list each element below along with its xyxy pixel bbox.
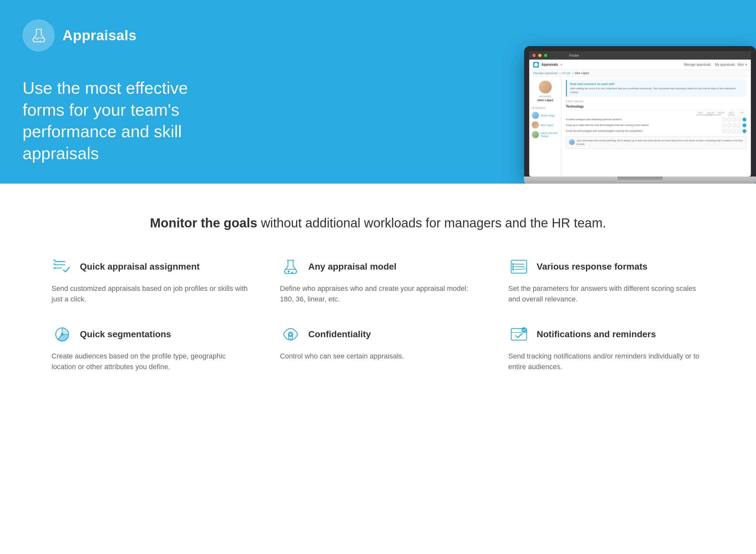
- circle-1-2[interactable]: [727, 118, 731, 121]
- screen-nav-appname[interactable]: Appraisals: [541, 63, 558, 66]
- feature-any-model: Any appraisal model Define who appraises…: [280, 256, 476, 304]
- col-top: TOP: [737, 112, 746, 116]
- info-box: Rate and comment on each skill After add…: [566, 80, 746, 96]
- bell-check-icon: [508, 324, 530, 345]
- screen-nav-user: Aitor ▾: [737, 63, 747, 66]
- hero-logo: Appraisals: [22, 19, 222, 52]
- confidentiality-svg: [281, 325, 300, 343]
- reviewer-2-avatar: [532, 121, 539, 128]
- rating-row-1: Problem analysis and obtaining optimal s…: [566, 118, 746, 121]
- features-headline-bold: Monitor the goals: [150, 216, 257, 230]
- feature-2-header: Any appraisal model: [280, 256, 476, 277]
- eye-lock-icon: [280, 324, 301, 345]
- col-well-above: WELLABOVE: [727, 112, 736, 116]
- circle-1-1[interactable]: [722, 118, 726, 121]
- quick-assignment-svg: [53, 258, 71, 276]
- col-below-exp: BELOWEXPECTATIONS: [706, 112, 715, 116]
- feature-response-formats: Various response formats Set the paramet…: [508, 256, 704, 304]
- screen-nav-username[interactable]: Aitor: [737, 63, 744, 66]
- rating-header: VERYUNSATISFACTION BELOWEXPECTATIONS ABO…: [566, 112, 746, 116]
- nav-user-chevron: ▾: [745, 63, 747, 66]
- logo-text: Appraisals: [62, 27, 137, 44]
- feature-2-desc: Define who appraises who and create your…: [280, 283, 476, 304]
- svg-point-25: [61, 333, 63, 335]
- rating-row-1-circles: [722, 118, 746, 121]
- svg-point-19: [512, 269, 514, 270]
- feature-1-desc: Send customized appraisals based on job …: [52, 283, 248, 304]
- feature-1-header: Quick appraisal assignment: [52, 256, 248, 277]
- circle-2-3[interactable]: [732, 123, 736, 127]
- col-very-unsat: VERYUNSATISFACTION: [696, 112, 705, 116]
- feature-2-title: Any appraisal model: [308, 262, 396, 272]
- sidebar-reviewers: Reviewers Noelia Vega Aitor López: [532, 107, 558, 141]
- screen-nav: Appraisals ▾ Manage appraisals My apprai…: [529, 60, 751, 70]
- laptop-outer: Finder Appraisals ▾ Manage appraisals My…: [524, 46, 756, 176]
- breadcrumb-apq4[interactable]: AP Q4: [562, 71, 570, 75]
- svg-rect-6: [54, 260, 55, 261]
- sidebar-appraisal-label: APPRAISAL: [539, 95, 551, 98]
- screen-main: Rate and comment on each skill After add…: [561, 77, 751, 176]
- circle-1-3[interactable]: [732, 118, 736, 121]
- feature-5-desc: Control who can see certain appraisals.: [280, 351, 476, 362]
- comment-text: Juan dominates this section perfectly. H…: [577, 139, 744, 146]
- circle-3-4[interactable]: [737, 129, 741, 133]
- circle-1-4[interactable]: [737, 118, 741, 121]
- svg-rect-20: [522, 268, 526, 270]
- feature-quick-segmentation: Quick segmentations Create audiences bas…: [52, 324, 248, 372]
- feature-4-title: Quick segmentations: [80, 329, 171, 339]
- hero-headline: Use the most effective forms for your te…: [22, 77, 222, 164]
- comment-avatar: [569, 139, 575, 145]
- list-check-icon: [52, 256, 73, 277]
- feature-3-header: Various response formats: [508, 256, 704, 277]
- circle-3-3[interactable]: [732, 129, 736, 133]
- features-grid: Quick appraisal assignment Send customiz…: [52, 256, 704, 372]
- feature-1-title: Quick appraisal assignment: [80, 262, 200, 272]
- col-above: ABOVE: [717, 112, 726, 116]
- circle-2-5[interactable]: [743, 123, 746, 127]
- hero-left: Appraisals Use the most effective forms …: [0, 0, 245, 183]
- reviewers-label: Reviewers: [532, 107, 558, 109]
- circle-3-2[interactable]: [727, 129, 731, 133]
- feature-3-title: Various response formats: [537, 262, 647, 272]
- screen-topbar: Finder: [529, 51, 751, 60]
- first-group-label: First group: [566, 100, 746, 103]
- reviewer-2-name[interactable]: Aitor López: [541, 124, 553, 126]
- rating-row-2-label: Keep up to date with the new technologie…: [566, 124, 722, 127]
- features-section: Monitor the goals without additional wor…: [0, 183, 756, 411]
- screen-sidebar: APPRAISAL Aitor López Reviewers Noelia V…: [529, 77, 561, 176]
- nav-link-manage[interactable]: Manage appraisals: [684, 63, 711, 66]
- response-formats-svg: [510, 258, 528, 276]
- rating-row-1-label: Problem analysis and obtaining optimal s…: [566, 118, 722, 121]
- topbar-title: Finder: [569, 53, 579, 57]
- pie-chart-icon: [52, 324, 73, 345]
- reviewer-1-name[interactable]: Noelia Vega: [541, 114, 554, 117]
- svg-point-17: [512, 264, 514, 265]
- nav-link-my[interactable]: My appraisals: [715, 63, 735, 66]
- logo-icon-circle: [22, 19, 55, 52]
- reviewer-3-name[interactable]: Adolfo Méndez Patayo: [541, 132, 558, 137]
- features-headline: Monitor the goals without additional wor…: [52, 216, 704, 230]
- svg-point-18: [512, 266, 514, 267]
- laptop-mockup: Finder Appraisals ▾ Manage appraisals My…: [524, 46, 756, 183]
- circle-3-1[interactable]: [722, 129, 726, 133]
- rating-row-3-circles: [722, 129, 746, 133]
- breadcrumb-manage[interactable]: Manage Appraisals: [533, 71, 558, 75]
- quick-seg-svg: [53, 325, 71, 343]
- feature-5-header: Confidentiality: [280, 324, 476, 345]
- circle-3-5[interactable]: [743, 129, 746, 133]
- rating-row-3: Know the technologies and methodologies …: [566, 129, 746, 133]
- circle-2-4[interactable]: [737, 123, 741, 127]
- circle-2-2[interactable]: [727, 123, 731, 127]
- circle-1-5[interactable]: [743, 118, 746, 121]
- circle-2-1[interactable]: [722, 123, 726, 127]
- hero-section: Appraisals Use the most effective forms …: [0, 0, 756, 183]
- feature-confidentiality: Confidentiality Control who can see cert…: [280, 324, 476, 372]
- screen-body: APPRAISAL Aitor López Reviewers Noelia V…: [529, 77, 751, 176]
- sidebar-person-name: Aitor López: [537, 99, 553, 102]
- section-title: Technology: [566, 105, 746, 110]
- svg-point-11: [288, 271, 289, 272]
- svg-rect-7: [54, 264, 55, 265]
- topbar-close-dot: [532, 54, 536, 57]
- feature-6-desc: Send tracking notifications and/or remin…: [508, 351, 704, 372]
- rating-row-2: Keep up to date with the new technologie…: [566, 123, 746, 127]
